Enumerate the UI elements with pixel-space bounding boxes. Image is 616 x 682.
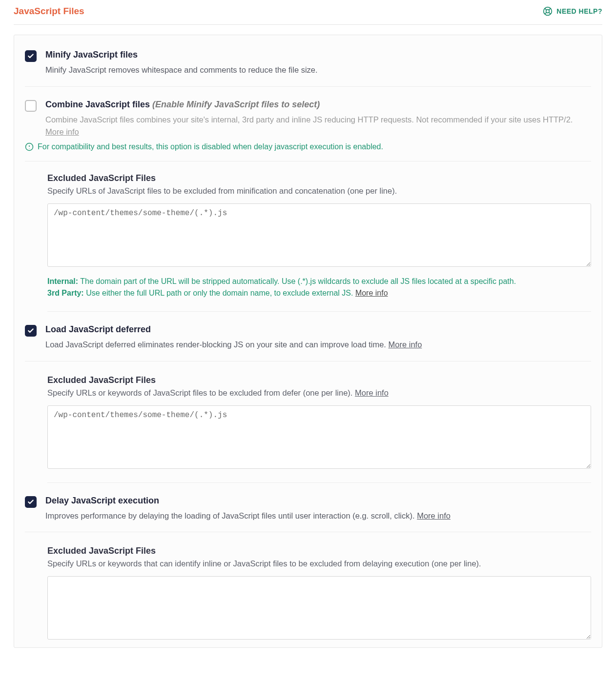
excluded-minify-desc: Specify URLs of JavaScript files to be e… — [47, 186, 591, 196]
defer-js-title: Load JavaScript deferred — [45, 324, 591, 335]
option-delay-js: Delay JavaScript execution Improves perf… — [25, 494, 591, 533]
delay-more-info-link[interactable]: More info — [417, 511, 451, 520]
section-header: JavaScript Files NEED HELP? — [14, 0, 602, 25]
excluded-defer-desc: Specify URLs or keywords of JavaScript f… — [47, 388, 591, 398]
option-defer-js: Load JavaScript deferred Load JavaScript… — [25, 322, 591, 361]
section-title: JavaScript Files — [14, 6, 84, 17]
excluded-minify-section: Excluded JavaScript Files Specify URLs o… — [47, 170, 591, 312]
excluded-defer-title: Excluded JavaScript Files — [47, 375, 591, 385]
defer-js-desc: Load JavaScript deferred eliminates rend… — [45, 339, 591, 351]
minify-js-checkbox[interactable] — [25, 50, 37, 62]
svg-line-2 — [545, 8, 547, 10]
excluded-minify-hint: Internal: The domain part of the URL wil… — [47, 276, 591, 300]
need-help-link[interactable]: NEED HELP? — [543, 6, 602, 16]
combine-js-title-main: Combine JavaScript files — [45, 100, 150, 109]
combine-notice-text: For compatibility and best results, this… — [38, 142, 383, 151]
delay-js-title: Delay JavaScript execution — [45, 496, 591, 506]
excluded-defer-section: Excluded JavaScript Files Specify URLs o… — [47, 372, 591, 483]
defer-more-info-link[interactable]: More info — [389, 340, 422, 349]
combine-js-checkbox[interactable] — [25, 100, 37, 112]
excluded-minify-more-info-link[interactable]: More info — [355, 289, 388, 297]
delay-js-checkbox[interactable] — [25, 496, 37, 508]
svg-line-5 — [545, 12, 547, 14]
option-minify-js: Minify JavaScript files Minify JavaScrip… — [25, 48, 591, 87]
excluded-delay-section: Excluded JavaScript Files Specify URLs o… — [47, 543, 591, 642]
excluded-minify-textarea[interactable] — [47, 203, 591, 267]
option-combine-js: Combine JavaScript files (Enable Minify … — [25, 98, 591, 142]
help-icon — [543, 6, 553, 16]
excluded-delay-desc: Specify URLs or keywords that can identi… — [47, 559, 591, 568]
combine-js-title: Combine JavaScript files (Enable Minify … — [45, 100, 591, 110]
combine-more-info-link[interactable]: More info — [45, 127, 79, 136]
combine-disabled-notice: For compatibility and best results, this… — [25, 142, 591, 161]
defer-js-checkbox[interactable] — [25, 325, 37, 337]
info-icon — [25, 142, 34, 151]
minify-js-title: Minify JavaScript files — [45, 50, 591, 60]
excluded-defer-textarea[interactable] — [47, 405, 591, 469]
excluded-delay-title: Excluded JavaScript Files — [47, 546, 591, 556]
need-help-label: NEED HELP? — [556, 7, 602, 15]
excluded-delay-textarea[interactable] — [47, 576, 591, 640]
combine-js-desc: Combine JavaScript files combines your s… — [45, 114, 591, 139]
svg-line-3 — [549, 12, 551, 14]
minify-js-desc: Minify JavaScript removes whitespace and… — [45, 64, 591, 77]
svg-line-4 — [549, 8, 551, 10]
settings-panel: Minify JavaScript files Minify JavaScrip… — [14, 35, 602, 648]
delay-js-desc: Improves performance by delaying the loa… — [45, 510, 591, 522]
excluded-defer-more-info-link[interactable]: More info — [355, 388, 389, 397]
combine-js-title-note: (Enable Minify JavaScript files to selec… — [152, 100, 320, 109]
excluded-minify-title: Excluded JavaScript Files — [47, 173, 591, 183]
